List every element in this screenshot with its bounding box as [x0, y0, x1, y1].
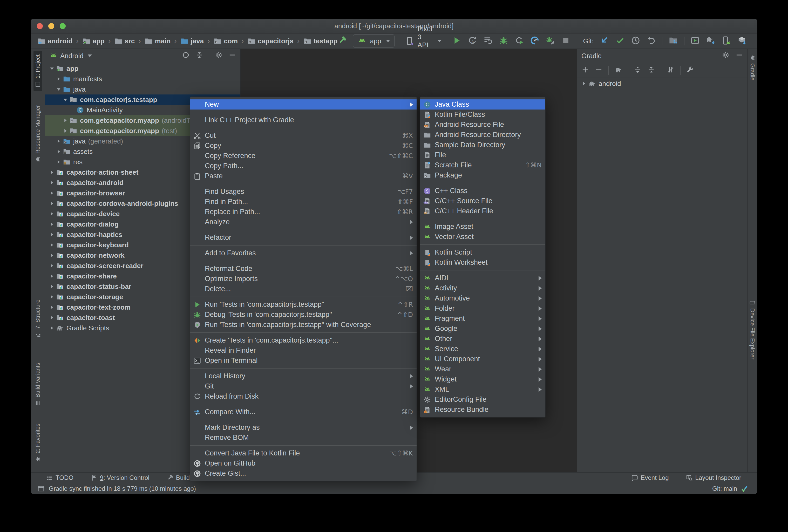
- attach-debugger-process-button[interactable]: [546, 36, 555, 46]
- menu-item[interactable]: File: [420, 150, 545, 160]
- menu-item[interactable]: Run 'Tests in 'com.capacitorjs.testapp''…: [190, 320, 417, 330]
- tool-window-button-todo[interactable]: TODO: [46, 474, 74, 481]
- git-rollback-button[interactable]: [647, 36, 656, 46]
- target-button[interactable]: [182, 51, 190, 61]
- attach-debugger-button[interactable]: [514, 36, 524, 46]
- sdk-manager-button[interactable]: [737, 36, 747, 46]
- menu-item[interactable]: SC++ Class: [420, 186, 545, 196]
- build-hammer-button[interactable]: [337, 36, 347, 46]
- run-button[interactable]: [452, 36, 461, 46]
- tool-window-button-device-file-explorer[interactable]: Device File Explorer: [748, 296, 757, 363]
- menu-item[interactable]: Cut⌘X: [190, 131, 417, 141]
- menu-item[interactable]: Create 'Tests in 'com.capacitorjs.testap…: [190, 335, 417, 346]
- breadcrumb-item[interactable]: com: [214, 37, 238, 45]
- breadcrumb-item[interactable]: main: [144, 37, 171, 45]
- menu-item[interactable]: Wear: [420, 364, 545, 374]
- run-configuration-select[interactable]: app: [353, 34, 394, 48]
- breadcrumb-item[interactable]: src: [114, 37, 135, 45]
- menu-item[interactable]: Remove BOM: [190, 433, 417, 443]
- device-manager-button[interactable]: [722, 36, 731, 46]
- menu-item[interactable]: C++C/C++ Source File: [420, 196, 545, 206]
- menu-item[interactable]: New: [190, 99, 417, 110]
- menu-item[interactable]: Optimize Imports^⌥O: [190, 274, 417, 284]
- menu-item[interactable]: Convert Java File to Kotlin File⌥⇧⌘K: [190, 448, 417, 458]
- git-update-button[interactable]: [600, 36, 609, 46]
- menu-item[interactable]: Replace in Path...⇧⌘R: [190, 207, 417, 217]
- menu-item[interactable]: Mark Directory as: [190, 422, 417, 433]
- menu-item[interactable]: Open on GitHub: [190, 458, 417, 468]
- plus-button[interactable]: [582, 66, 589, 75]
- menu-item[interactable]: UI Component: [420, 354, 545, 364]
- apply-changes-button[interactable]: A: [468, 36, 477, 46]
- menu-item[interactable]: Package: [420, 170, 545, 180]
- menu-item[interactable]: Local History: [190, 371, 417, 381]
- menu-item[interactable]: Compare With...⌘D: [190, 407, 417, 417]
- menu-item[interactable]: Activity: [420, 283, 545, 293]
- project-structure-button[interactable]: [669, 36, 678, 46]
- git-commit-button[interactable]: [615, 36, 625, 46]
- tool-window-button-event-log[interactable]: Event Log: [631, 474, 669, 481]
- menu-item[interactable]: Reveal in Finder: [190, 346, 417, 356]
- menu-item[interactable]: Copy⌘C: [190, 141, 417, 151]
- parallel-button[interactable]: [667, 66, 674, 75]
- tree-row[interactable]: java: [45, 84, 240, 95]
- menu-item[interactable]: Android Resource File: [420, 120, 545, 130]
- debug-button[interactable]: [499, 36, 508, 46]
- menu-item[interactable]: Link C++ Project with Gradle: [190, 115, 417, 125]
- menu-item[interactable]: Android Resource Directory: [420, 130, 545, 140]
- menu-item[interactable]: Find Usages⌥F7: [190, 186, 417, 197]
- menu-item[interactable]: Create Gist...: [190, 468, 417, 478]
- menu-item[interactable]: Git: [190, 381, 417, 391]
- menu-item[interactable]: Paste⌘V: [190, 171, 417, 181]
- gear-button[interactable]: [215, 51, 223, 61]
- tool-window-button-build-variants[interactable]: Build Variants: [34, 359, 42, 410]
- menu-item[interactable]: Find in Path...⇧⌘F: [190, 197, 417, 207]
- tool-window-button-layout-inspector[interactable]: Layout Inspector: [686, 474, 741, 481]
- stop-button[interactable]: [561, 36, 571, 46]
- status-git-widget[interactable]: Git: main: [712, 485, 748, 492]
- breadcrumb-item[interactable]: java: [180, 37, 204, 45]
- tool-window-button-gradle[interactable]: Gradle: [748, 51, 757, 84]
- tool-window-button-2-favorites[interactable]: 2: Favorites: [34, 420, 42, 466]
- menu-item[interactable]: Copy Reference⌥⇧⌘C: [190, 151, 417, 161]
- menu-item[interactable]: Widget: [420, 374, 545, 385]
- breadcrumb-item[interactable]: capacitorjs: [248, 37, 293, 45]
- breadcrumb-item[interactable]: testapp: [303, 37, 337, 45]
- collapse-all-button[interactable]: [647, 66, 655, 75]
- menu-item[interactable]: Image Asset: [420, 222, 545, 232]
- apply-code-changes-button[interactable]: [483, 36, 493, 46]
- menu-item[interactable]: Copy Path...: [190, 161, 417, 171]
- menu-item[interactable]: Sample Data Directory: [420, 140, 545, 150]
- breadcrumb-item[interactable]: app: [82, 37, 104, 45]
- tool-window-button-7-structure[interactable]: 7: Structure: [34, 296, 42, 341]
- menu-item[interactable]: Kotlin File/Class: [420, 110, 545, 120]
- panel-toggle-icon[interactable]: [37, 485, 45, 492]
- menu-item[interactable]: Kotlin Worksheet: [420, 257, 545, 268]
- tree-row[interactable]: manifests: [45, 74, 240, 84]
- git-history-button[interactable]: [631, 36, 640, 46]
- menu-item[interactable]: Automotive: [420, 293, 545, 303]
- avd-manager-button[interactable]: [690, 36, 700, 46]
- elephant-button[interactable]: [614, 66, 622, 75]
- menu-item[interactable]: Resource Bundle: [420, 405, 545, 415]
- menu-item[interactable]: Analyze: [190, 217, 417, 227]
- menu-item[interactable]: Reload from Disk: [190, 391, 417, 401]
- project-view-title[interactable]: Android: [60, 52, 83, 60]
- menu-item[interactable]: Service: [420, 344, 545, 354]
- tool-window-button-build[interactable]: Build: [166, 474, 190, 481]
- menu-item[interactable]: Reformat Code⌥⌘L: [190, 264, 417, 274]
- menu-item[interactable]: Delete...⌧: [190, 284, 417, 294]
- tool-window-button-9-version-control[interactable]: 9: Version Control: [91, 474, 150, 481]
- menu-item[interactable]: Other: [420, 334, 545, 344]
- minus-button[interactable]: [735, 51, 743, 61]
- menu-item[interactable]: Vector Asset: [420, 232, 545, 242]
- menu-item[interactable]: Debug 'Tests in 'com.capacitorjs.testapp…: [190, 310, 417, 320]
- menu-item[interactable]: Fragment: [420, 314, 545, 323]
- menu-item[interactable]: Refactor: [190, 233, 417, 243]
- menu-item[interactable]: XML: [420, 385, 545, 394]
- menu-item[interactable]: Google: [420, 323, 545, 334]
- breadcrumb-item[interactable]: android: [37, 37, 73, 45]
- menu-item[interactable]: Kotlin Script: [420, 247, 545, 257]
- minus-button[interactable]: [229, 51, 236, 61]
- menu-item[interactable]: HC/C++ Header File: [420, 206, 545, 216]
